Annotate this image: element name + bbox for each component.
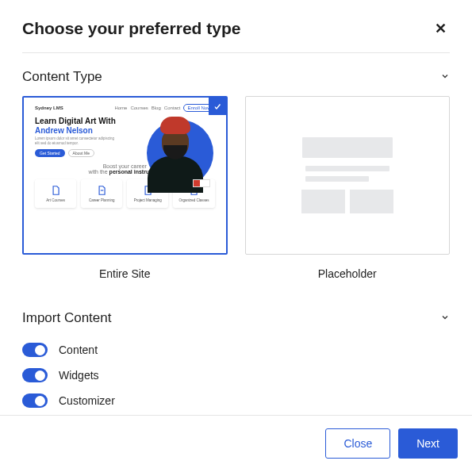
modal-header: Choose your preferred type ✕	[22, 19, 450, 53]
document-icon	[50, 185, 61, 196]
document-icon	[96, 185, 107, 196]
section-import-content-header[interactable]: Import Content	[22, 294, 450, 337]
card-entire-site[interactable]: Sydney LMS Home Courses Blog Contact Enr…	[22, 96, 228, 280]
preview-badge	[193, 179, 210, 187]
toggle-label: Widgets	[59, 369, 99, 382]
hero-person-illustration	[138, 113, 213, 189]
toggle-row-customizer: Customizer	[22, 388, 450, 413]
toggle-customizer[interactable]	[22, 393, 48, 408]
close-button[interactable]: Close	[325, 428, 390, 459]
modal-title: Choose your preferred type	[22, 19, 240, 38]
toggle-label: Customizer	[59, 394, 115, 407]
toggle-row-content: Content	[22, 337, 450, 363]
close-icon[interactable]: ✕	[432, 20, 450, 37]
toggle-content[interactable]	[22, 343, 48, 357]
placeholder-skeleton	[300, 137, 395, 213]
modal-footer: Close Next	[0, 415, 472, 471]
preview-nav: Home Courses Blog Contact Enroll Now	[114, 104, 214, 112]
section-content-type-header[interactable]: Content Type	[22, 53, 450, 96]
toggle-widgets[interactable]	[22, 368, 48, 382]
section-title: Content Type	[22, 69, 102, 85]
card-frame: Sydney LMS Home Courses Blog Contact Enr…	[22, 96, 228, 255]
section-title: Import Content	[22, 310, 111, 326]
chevron-down-icon	[440, 313, 450, 324]
card-label: Placeholder	[318, 267, 377, 280]
card-placeholder[interactable]: Placeholder	[245, 96, 451, 280]
preview-brand: Sydney LMS	[35, 106, 63, 110]
site-preview: Sydney LMS Home Courses Blog Contact Enr…	[24, 98, 226, 253]
preview-tile: Career Planning	[81, 179, 122, 208]
chevron-down-icon	[440, 71, 450, 83]
preview-tile: Art Courses	[35, 179, 76, 208]
card-frame	[245, 96, 451, 255]
card-label: Entire Site	[99, 267, 151, 280]
toggle-label: Content	[59, 344, 98, 356]
next-button[interactable]: Next	[398, 428, 458, 459]
toggle-row-widgets: Widgets	[22, 363, 450, 388]
